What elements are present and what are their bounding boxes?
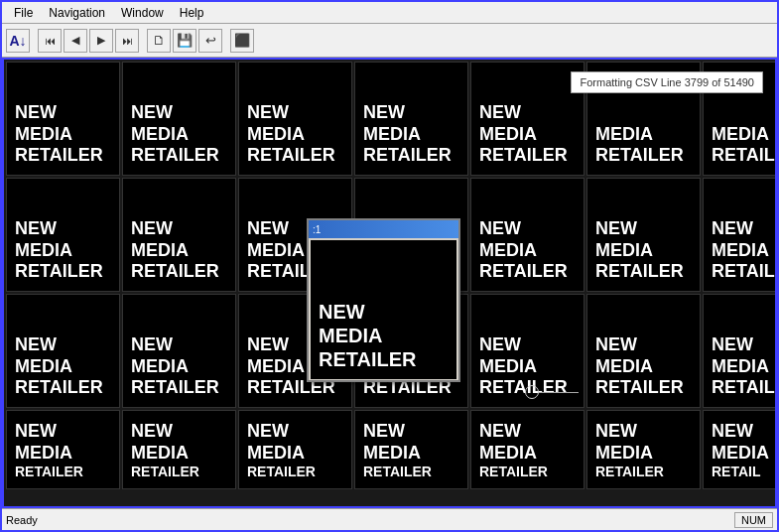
tile-2-1: NEW MEDIA RETAILER [6,178,120,292]
preview-title: :1 [313,224,321,235]
content-area: NEW MEDIA RETAILER NEW MEDIA RETAILER NE… [2,58,777,508]
save-icon: 💾 [177,33,193,48]
preview-window[interactable]: :1 NEW MEDIA RETAILER [307,218,460,382]
tile-1-5: NEW MEDIA RETAILER [470,62,584,176]
preview-titlebar: :1 [309,220,458,238]
prev-icon: ◀ [71,34,79,47]
status-bar: Ready NUM [2,508,777,530]
preview-line1: NEW [319,300,449,324]
select-tool-button[interactable]: A↓ [6,29,30,53]
next-end-button[interactable]: ⏭ [115,29,139,53]
status-tooltip: Formatting CSV Line 3799 of 51490 [571,71,763,93]
tile-3-7: NEW MEDIA RETAIL [703,294,777,408]
undo-button[interactable]: ↩ [198,29,222,53]
status-text: Ready [6,514,734,526]
main-window: File Navigation Window Help A↓ ⏮ ◀ ▶ ⏭ 🗋… [0,0,779,532]
preview-line3: RETAILER [319,347,449,371]
tile-4-5: NEW MEDIA RETAILER [470,410,584,489]
prev-start-icon: ⏮ [45,35,56,47]
tile-3-1: NEW MEDIA RETAILER [6,294,120,408]
save-button[interactable]: 💾 [173,29,196,53]
undo-icon: ↩ [205,33,216,48]
tile-4-4: NEW MEDIA RETAILER [354,410,468,489]
tile-1-4: NEW MEDIA RETAILER [354,62,468,176]
tile-4-1: NEW MEDIA RETAILER [6,410,120,489]
menu-help[interactable]: Help [172,4,212,22]
tile-4-2: NEW MEDIA RETAILER [122,410,236,489]
tool-icon: ⬛ [234,33,250,48]
connector-line [539,392,579,393]
preview-content: NEW MEDIA RETAILER [311,240,456,379]
tool-button[interactable]: ⬛ [230,29,254,53]
tile-1-2: NEW MEDIA RETAILER [122,62,236,176]
tile-3-2: NEW MEDIA RETAILER [122,294,236,408]
connector-circle [525,385,539,399]
next-end-icon: ⏭ [122,35,133,47]
status-num: NUM [734,512,773,528]
tile-1-3: NEW MEDIA RETAILER [238,62,352,176]
tile-2-2: NEW MEDIA RETAILER [122,178,236,292]
new-button[interactable]: 🗋 [147,29,171,53]
tile-4-3: NEW MEDIA RETAILER [238,410,352,489]
tile-1-1: NEW MEDIA RETAILER [6,62,120,176]
menu-navigation[interactable]: Navigation [41,4,113,22]
select-icon: A↓ [9,33,26,49]
tile-2-7: NEW MEDIA RETAIL [703,178,777,292]
prev-start-button[interactable]: ⏮ [38,29,62,53]
tile-4-7: NEW MEDIA RETAIL [703,410,777,489]
new-icon: 🗋 [153,33,166,48]
tile-2-6: NEW MEDIA RETAILER [586,178,701,292]
preview-line2: MEDIA [319,324,449,347]
toolbar: A↓ ⏮ ◀ ▶ ⏭ 🗋 💾 ↩ ⬛ [2,24,777,58]
tile-2-5: NEW MEDIA RETAILER [470,178,584,292]
menu-bar: File Navigation Window Help [2,2,777,24]
menu-window[interactable]: Window [113,4,172,22]
menu-file[interactable]: File [6,4,41,22]
next-button[interactable]: ▶ [89,29,113,53]
tile-4-6: NEW MEDIA RETAILER [586,410,701,489]
prev-button[interactable]: ◀ [64,29,87,53]
next-icon: ▶ [97,34,105,47]
tile-3-6: NEW MEDIA RETAILER [586,294,701,408]
